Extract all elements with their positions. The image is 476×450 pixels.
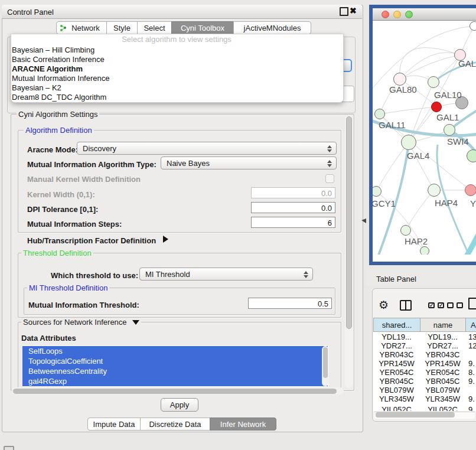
which-threshold-label: Which threshold to use: (51, 271, 138, 280)
document-icon[interactable] (468, 298, 476, 309)
which-threshold-combo[interactable]: MI Threshold (139, 268, 313, 281)
checked-checkbox-icon[interactable]: ✓ (428, 302, 435, 308)
table-row[interactable]: YDR27... YDR27... 12 (373, 341, 476, 350)
close-traffic-light[interactable] (382, 11, 389, 18)
mi-threshold-field[interactable]: 0.5 (248, 298, 332, 309)
cyni-algorithm-settings-title: Cyni Algorithm Settings (17, 110, 99, 119)
expand-arrow-icon[interactable] (163, 236, 168, 243)
kernel-width-label: Kernel Width (0,1): (27, 190, 95, 199)
zoom-traffic-light[interactable] (405, 11, 413, 18)
unchecked-checkbox-icon[interactable] (447, 302, 454, 308)
cell: 8. (465, 368, 476, 377)
float-window-icon[interactable] (340, 7, 348, 16)
cell: YBR045C (373, 377, 420, 386)
data-attributes-list: SelfLoops TopologicalCoefficient Between… (22, 345, 329, 387)
kernel-width-field[interactable]: 0.0 (251, 187, 335, 198)
table-row[interactable]: YLR345W YLR345W 9. (373, 394, 476, 403)
table-row[interactable]: YER054C YER054C 8. (373, 368, 476, 377)
mi-threshold-group-title: MI Threshold Definition (27, 283, 109, 292)
algorithm-option-aracne[interactable]: ARACNE Algorithm (12, 64, 331, 74)
tab-infer-network[interactable]: Infer Network (210, 418, 276, 431)
node-gal80[interactable] (393, 73, 406, 86)
algorithm-option-basic-correlation[interactable]: Basic Correlation Inference (12, 55, 331, 64)
which-threshold-value: MI Threshold (145, 270, 190, 279)
cell: YDL19... (373, 332, 420, 341)
threshold-definition-title: Threshold Definition (21, 249, 93, 257)
docked-panel-icon[interactable] (4, 446, 14, 450)
node-partial-bottom[interactable] (420, 246, 429, 255)
column-header-shared-name[interactable]: shared... (373, 318, 420, 332)
list-item-topologicalcoefficient[interactable]: TopologicalCoefficient (22, 356, 328, 366)
table-row[interactable]: YBL079W YBL079W (373, 386, 476, 394)
algorithm-definition-title: Algorithm Definition (24, 126, 94, 135)
tab-discretize-data[interactable]: Discretize Data (140, 418, 210, 431)
cell: YIL052C (420, 405, 465, 411)
column-header-name[interactable]: name (420, 318, 466, 332)
list-item-gal4rgexp[interactable]: gal4RGexp (22, 376, 328, 386)
network-canvas[interactable]: GAL GAL80 GAL10 GAL1 GAL11 SWI4 GAL4 GCY… (373, 21, 476, 255)
close-icon[interactable]: ✖ (350, 6, 357, 15)
tab-cyni-toolbox[interactable]: Cyni Toolbox (171, 21, 234, 34)
minimize-traffic-light[interactable] (393, 11, 401, 18)
table-row[interactable]: YBR043C YBR043C (373, 350, 476, 359)
node-salmon[interactable] (465, 184, 476, 196)
column-header-partial[interactable]: A (465, 318, 476, 332)
node-gal4[interactable] (401, 135, 416, 150)
unchecked-checkbox-icon[interactable] (457, 302, 463, 308)
cell: YBR043C (373, 350, 420, 359)
node-swi4[interactable] (444, 124, 455, 136)
settings-horizontal-scrollbar-thumb[interactable] (13, 389, 337, 394)
table-row[interactable]: YPR145W YPR145W 9. (373, 359, 476, 368)
cell: YIL052C (373, 405, 420, 411)
mi-type-combo[interactable]: Naive Bayes (161, 156, 337, 169)
node-partial-right[interactable] (467, 149, 476, 162)
gear-icon[interactable]: ⚙ (379, 298, 389, 312)
cell: YPR145W (420, 359, 465, 368)
node-hap4[interactable] (428, 184, 441, 197)
cell: 12 (465, 341, 476, 350)
node-label-gal: GAL (458, 58, 476, 69)
aracne-mode-value: Discovery (83, 144, 116, 153)
mi-steps-field[interactable]: 6 (251, 217, 335, 228)
tab-jactivemnodules[interactable]: jActiveMNodules (233, 21, 311, 34)
node-gal11[interactable] (374, 109, 385, 119)
node-gal10[interactable] (428, 76, 439, 88)
dpi-tolerance-label: DPI Tolerance [0,1]: (27, 205, 98, 214)
node-gal1-selected[interactable] (431, 102, 442, 112)
aracne-mode-combo[interactable]: Discovery (77, 142, 337, 155)
split-columns-icon[interactable] (400, 300, 412, 311)
collapse-arrow-icon[interactable] (132, 320, 139, 325)
cell: 9. (465, 394, 476, 403)
algorithm-option-mutual-information[interactable]: Mutual Information Inference (12, 74, 331, 83)
table-row[interactable]: YIL052C YIL052C 9. (373, 405, 476, 411)
settings-vertical-scrollbar-thumb[interactable] (346, 116, 352, 329)
dpi-tolerance-field[interactable]: 0.0 (251, 202, 335, 213)
tab-style[interactable]: Style (106, 21, 138, 34)
tab-impute-data[interactable]: Impute Data (87, 418, 141, 431)
manual-kernel-checkbox[interactable] (325, 174, 334, 183)
sources-group-title[interactable]: Sources for Network Inference (21, 318, 141, 327)
algorithm-option-bayesian-k2[interactable]: Bayesian – K2 (12, 83, 331, 93)
list-item-betweennesscentrality[interactable]: BetweennessCentrality (22, 366, 328, 376)
algorithm-option-dream8[interactable]: Dream8 DC_TDC Algorithm (12, 93, 331, 102)
cell: YER054C (373, 368, 420, 377)
node-label-gal80: GAL80 (389, 84, 417, 94)
list-item-selfloops[interactable]: SelfLoops (22, 346, 328, 356)
node-label-gal11: GAL11 (379, 120, 406, 130)
cell: YBL079W (420, 386, 465, 394)
tab-select[interactable]: Select (137, 21, 172, 34)
attributes-scrollbar-thumb[interactable] (323, 347, 328, 378)
table-row[interactable]: YDL19... YDL19... 13 (373, 332, 476, 341)
checked-checkbox-icon[interactable]: ✓ (438, 302, 444, 308)
cell: YDR27... (373, 341, 420, 350)
table-horizontal-scrollbar-thumb[interactable] (376, 412, 455, 418)
node-hap2[interactable] (400, 225, 411, 236)
apply-button[interactable]: Apply (161, 398, 198, 412)
hub-section-label[interactable]: Hub/Transcription Factor Definition (27, 236, 156, 245)
cell: YBR043C (420, 350, 465, 359)
node-partial-top[interactable] (470, 21, 476, 31)
cell: YDR27... (420, 341, 465, 350)
algorithm-option-bayesian-hill[interactable]: Bayesian – Hill Climbing (12, 45, 331, 55)
table-row[interactable]: YBR045C YBR045C 9. (373, 377, 476, 386)
cell: 9. (465, 405, 476, 411)
